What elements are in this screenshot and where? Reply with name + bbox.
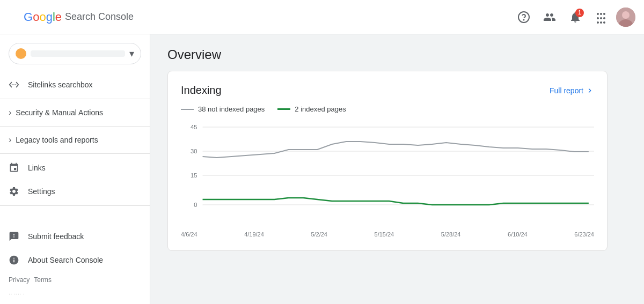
help-button[interactable] bbox=[513, 6, 535, 28]
header: Google Search Console 1 bbox=[0, 0, 644, 34]
nav-bottom: Submit feedback About Search Console Pri… bbox=[0, 225, 150, 300]
footer-watermark: ·· ···· · bbox=[0, 288, 150, 300]
gray-line bbox=[203, 142, 589, 158]
links-icon bbox=[9, 162, 19, 173]
app-name: Search Console bbox=[65, 11, 134, 23]
legend-gray-line bbox=[181, 109, 194, 110]
logo: Google Search Console bbox=[24, 10, 134, 24]
sidebar-item-security[interactable]: › Security & Manual Actions bbox=[0, 101, 150, 124]
svg-text:30: 30 bbox=[191, 148, 197, 154]
notification-count: 1 bbox=[575, 9, 584, 17]
chart-x-labels: 4/6/24 4/19/24 5/2/24 5/15/24 5/28/24 6/… bbox=[181, 229, 594, 238]
sidebar-item-links[interactable]: Links bbox=[0, 156, 145, 180]
expand-icon-security: › bbox=[9, 108, 11, 117]
expand-icon-legacy: › bbox=[9, 135, 11, 145]
x-label-5: 6/10/24 bbox=[508, 231, 528, 238]
hamburger-menu[interactable] bbox=[9, 6, 17, 27]
x-label-4: 5/28/24 bbox=[441, 231, 461, 238]
card-header: Indexing Full report bbox=[181, 84, 594, 97]
main-layout: ▾ Sitelinks searchbox › Security & Manua… bbox=[0, 34, 644, 304]
x-label-2: 5/2/24 bbox=[311, 231, 327, 238]
google-wordmark: Google bbox=[24, 10, 62, 24]
search-console-settings-button[interactable] bbox=[539, 6, 560, 28]
sidebar-item-about[interactable]: About Search Console bbox=[0, 248, 145, 272]
sidebar-item-legacy[interactable]: › Legacy tools and reports bbox=[0, 129, 150, 151]
apps-button[interactable] bbox=[590, 6, 612, 28]
about-label: About Search Console bbox=[28, 256, 103, 264]
sidebar-item-settings[interactable]: Settings bbox=[0, 180, 145, 203]
green-line bbox=[203, 198, 589, 205]
page-title: Overview bbox=[167, 47, 627, 62]
feedback-icon bbox=[9, 231, 19, 242]
sitelinks-label: Sitelinks searchbox bbox=[28, 80, 93, 89]
privacy-link[interactable]: Privacy bbox=[9, 276, 30, 284]
divider-2 bbox=[0, 126, 150, 127]
sidebar: ▾ Sitelinks searchbox › Security & Manua… bbox=[0, 34, 150, 304]
svg-point-3 bbox=[622, 11, 630, 19]
x-label-1: 4/19/24 bbox=[244, 231, 264, 238]
legend-item-gray: 38 not indexed pages bbox=[181, 105, 265, 113]
user-avatar[interactable] bbox=[616, 8, 635, 27]
links-label: Links bbox=[28, 164, 46, 172]
legend-green-line bbox=[277, 108, 290, 110]
site-favicon bbox=[16, 48, 26, 59]
header-right: 1 bbox=[513, 6, 635, 28]
chart-svg: 45 30 15 0 bbox=[181, 122, 594, 229]
indexing-chart: 45 30 15 0 bbox=[181, 122, 594, 229]
notifications-button[interactable]: 1 bbox=[565, 6, 586, 28]
divider-4 bbox=[0, 205, 150, 206]
header-left: Google Search Console bbox=[9, 6, 134, 27]
site-url bbox=[31, 50, 125, 57]
footer-links: Privacy Terms bbox=[0, 272, 150, 288]
x-label-0: 4/6/24 bbox=[181, 231, 197, 238]
svg-text:45: 45 bbox=[191, 124, 197, 130]
full-report-link[interactable]: Full report bbox=[550, 86, 594, 95]
x-label-3: 5/15/24 bbox=[375, 231, 394, 238]
legend-green-label: 2 indexed pages bbox=[295, 105, 346, 113]
site-selector[interactable]: ▾ bbox=[9, 43, 141, 64]
divider-3 bbox=[0, 153, 150, 154]
svg-text:15: 15 bbox=[191, 172, 197, 179]
legend-item-green: 2 indexed pages bbox=[277, 105, 346, 113]
terms-link[interactable]: Terms bbox=[34, 276, 52, 284]
main-content: Overview Indexing Full report 38 not ind… bbox=[150, 34, 644, 304]
x-label-6: 6/23/24 bbox=[574, 231, 594, 238]
settings-icon bbox=[9, 186, 19, 197]
chevron-down-icon: ▾ bbox=[129, 48, 134, 60]
sidebar-item-sitelinks[interactable]: Sitelinks searchbox bbox=[0, 73, 145, 97]
sitelinks-icon bbox=[9, 79, 19, 90]
legacy-label: Legacy tools and reports bbox=[16, 136, 98, 144]
card-title: Indexing bbox=[181, 84, 222, 97]
feedback-label: Submit feedback bbox=[28, 232, 84, 241]
indexing-card: Indexing Full report 38 not indexed page… bbox=[167, 71, 608, 251]
info-icon bbox=[9, 255, 19, 265]
security-label: Security & Manual Actions bbox=[16, 108, 103, 117]
divider-1 bbox=[0, 99, 150, 99]
svg-text:0: 0 bbox=[194, 202, 197, 208]
chart-legend: 38 not indexed pages 2 indexed pages bbox=[181, 105, 594, 113]
legend-gray-label: 38 not indexed pages bbox=[198, 105, 265, 113]
settings-label: Settings bbox=[28, 187, 55, 196]
chevron-right-icon bbox=[586, 86, 594, 95]
sidebar-item-feedback[interactable]: Submit feedback bbox=[0, 225, 145, 248]
